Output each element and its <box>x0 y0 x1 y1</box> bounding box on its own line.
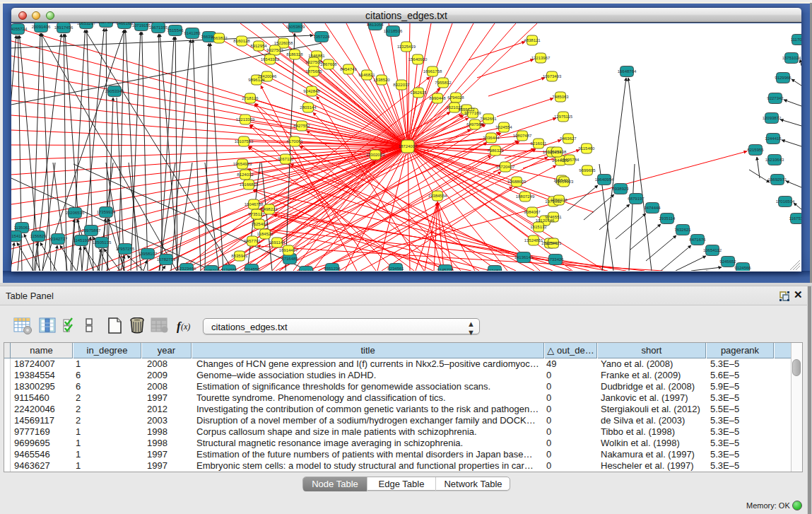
svg-text:12505135: 12505135 <box>93 240 112 245</box>
svg-text:1135061: 1135061 <box>14 226 31 230</box>
svg-text:16914477: 16914477 <box>279 248 298 252</box>
svg-text:8124012: 8124012 <box>237 173 254 177</box>
svg-text:12975115: 12975115 <box>554 115 573 119</box>
svg-text:3624554: 3624554 <box>495 125 512 129</box>
svg-text:8551234: 8551234 <box>324 267 341 271</box>
svg-text:5498222: 5498222 <box>261 207 278 211</box>
svg-text:5716485: 5716485 <box>281 257 298 261</box>
svg-text:6234811: 6234811 <box>487 269 504 271</box>
svg-text:10653267: 10653267 <box>77 23 96 25</box>
svg-text:8322037: 8322037 <box>393 83 410 87</box>
svg-text:9129966: 9129966 <box>775 76 792 80</box>
svg-text:19218506: 19218506 <box>384 29 403 33</box>
svg-text:16210643: 16210643 <box>765 158 784 162</box>
svg-text:9746551: 9746551 <box>545 215 562 219</box>
svg-text:7485063: 7485063 <box>552 95 569 99</box>
svg-text:8215955: 8215955 <box>747 148 764 152</box>
svg-text:1615132: 1615132 <box>530 225 547 229</box>
svg-text:8813054: 8813054 <box>367 23 384 27</box>
svg-text:12323466: 12323466 <box>177 267 196 271</box>
svg-text:15226058: 15226058 <box>274 41 293 45</box>
svg-text:3875685: 3875685 <box>305 69 322 74</box>
svg-text:10958107: 10958107 <box>139 252 158 256</box>
svg-text:9115460: 9115460 <box>579 146 596 151</box>
svg-text:12342737: 12342737 <box>49 237 68 241</box>
svg-text:9463627: 9463627 <box>560 136 577 141</box>
svg-text:8454749: 8454749 <box>340 67 357 71</box>
svg-text:15495784: 15495784 <box>560 158 579 162</box>
svg-text:17359924: 17359924 <box>97 210 116 214</box>
svg-text:18724007: 18724007 <box>399 144 418 148</box>
svg-text:9146821: 9146821 <box>358 73 375 77</box>
svg-text:8990448: 8990448 <box>429 96 446 100</box>
svg-text:8160128: 8160128 <box>233 39 250 43</box>
svg-text:17016504: 17016504 <box>776 199 795 204</box>
svg-text:9756928: 9756928 <box>551 198 567 202</box>
svg-text:10688609: 10688609 <box>507 180 526 184</box>
svg-text:10973493: 10973493 <box>543 74 562 78</box>
svg-text:17957255: 17957255 <box>116 247 135 251</box>
svg-text:10025438: 10025438 <box>548 150 567 154</box>
svg-text:6794028: 6794028 <box>447 95 464 100</box>
svg-text:4170061: 4170061 <box>286 139 303 144</box>
svg-text:9124566: 9124566 <box>734 266 751 270</box>
svg-text:10107553: 10107553 <box>235 139 254 144</box>
svg-text:8124555: 8124555 <box>220 268 237 271</box>
svg-text:10807487: 10807487 <box>513 134 532 138</box>
svg-text:9227342: 9227342 <box>767 96 784 100</box>
svg-text:6497568: 6497568 <box>466 122 483 127</box>
svg-text:6216011: 6216011 <box>531 141 548 146</box>
svg-text:9699695: 9699695 <box>579 168 596 173</box>
svg-text:7515546: 7515546 <box>167 28 184 33</box>
svg-text:16648764: 16648764 <box>618 69 637 74</box>
svg-text:2803144: 2803144 <box>300 105 317 110</box>
svg-text:7245012: 7245012 <box>298 269 314 271</box>
svg-text:2935114: 2935114 <box>659 216 676 221</box>
svg-text:9145778: 9145778 <box>437 268 454 271</box>
svg-text:12093872: 12093872 <box>763 116 782 120</box>
svg-text:19654923: 19654923 <box>555 180 574 184</box>
svg-text:9245013: 9245013 <box>203 269 220 271</box>
svg-text:16543362: 16543362 <box>261 57 280 62</box>
svg-text:1117063: 1117063 <box>791 37 801 42</box>
svg-text:1362615: 1362615 <box>410 90 427 95</box>
svg-text:16046788: 16046788 <box>245 202 264 206</box>
svg-text:1145193: 1145193 <box>73 238 90 243</box>
svg-text:7663822: 7663822 <box>211 36 228 40</box>
svg-text:9084067: 9084067 <box>524 210 541 214</box>
svg-text:1244415: 1244415 <box>765 136 782 141</box>
svg-text:16671355: 16671355 <box>149 25 168 30</box>
svg-text:15692971: 15692971 <box>768 177 787 182</box>
svg-text:9242848: 9242848 <box>303 89 320 93</box>
svg-text:9254471: 9254471 <box>545 241 562 245</box>
svg-text:1167531: 1167531 <box>789 216 801 221</box>
svg-text:7632621: 7632621 <box>674 228 691 232</box>
svg-text:12213369: 12213369 <box>236 117 255 122</box>
svg-text:19166825: 19166825 <box>240 182 259 187</box>
svg-text:1733426: 1733426 <box>547 257 564 262</box>
svg-text:19654933: 19654933 <box>233 162 252 166</box>
svg-text:(x): (x) <box>181 322 190 332</box>
svg-text:16961758: 16961758 <box>423 69 442 74</box>
svg-text:12213967: 12213967 <box>531 56 551 60</box>
svg-text:8186328: 8186328 <box>286 52 303 57</box>
svg-text:8471676: 8471676 <box>689 238 706 242</box>
svg-text:7357224: 7357224 <box>313 35 330 39</box>
svg-text:10654112: 10654112 <box>703 248 722 252</box>
svg-text:1691144: 1691144 <box>269 240 286 245</box>
svg-text:2036444: 2036444 <box>483 136 500 140</box>
svg-text:14136141: 14136141 <box>514 255 534 259</box>
svg-text:16782759: 16782759 <box>157 257 176 262</box>
svg-text:18917456: 18917456 <box>54 25 73 30</box>
svg-text:7625402: 7625402 <box>251 222 268 226</box>
svg-text:1156829: 1156829 <box>30 234 47 238</box>
svg-text:6466160: 6466160 <box>116 23 133 25</box>
svg-text:9457791: 9457791 <box>244 239 261 243</box>
svg-text:7462661: 7462661 <box>480 117 497 121</box>
svg-text:8938923: 8938923 <box>612 187 629 191</box>
svg-text:3267110: 3267110 <box>278 157 295 161</box>
svg-text:20091406: 20091406 <box>32 25 51 29</box>
svg-text:9327503: 9327503 <box>266 48 283 52</box>
svg-text:19384554: 19384554 <box>428 194 447 198</box>
svg-text:8535941: 8535941 <box>231 254 248 258</box>
